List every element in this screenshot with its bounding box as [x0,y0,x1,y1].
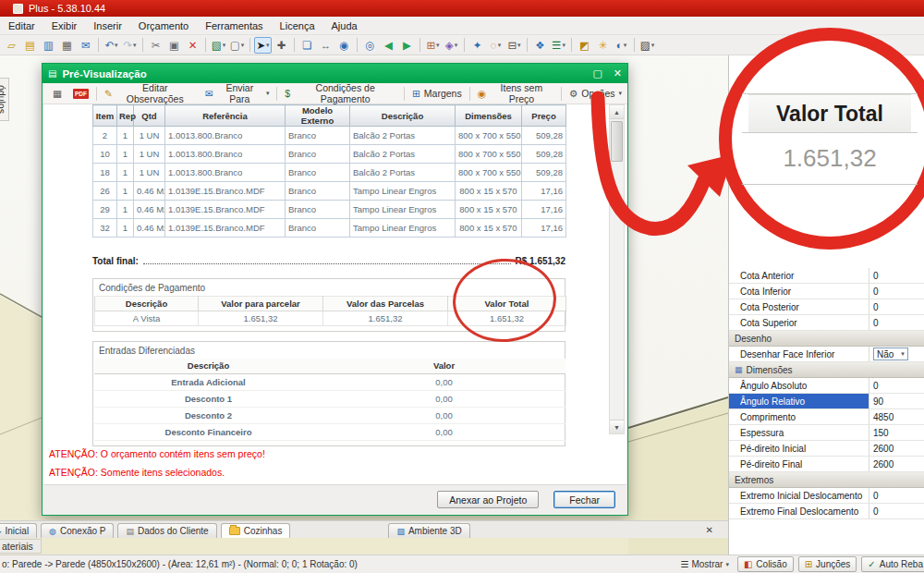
rotate-button[interactable]: ◌▾ [487,37,505,54]
materials-panel-tab[interactable]: ateriais [0,539,42,554]
property-cota-posterior[interactable]: Cota Posterior0 [729,299,924,315]
measure-button[interactable]: ↔ [317,37,334,54]
property-value[interactable]: 0 [869,268,924,283]
entry-row[interactable]: Desconto 10,00 [94,390,565,407]
property-pe-direito-final[interactable]: Pé-direito Final2600 [729,457,924,472]
property-value[interactable]: 90 [869,394,924,408]
property-angulo-relativo[interactable]: Ângulo Relativo90 [729,394,924,409]
column-header[interactable]: Item [93,105,117,127]
value-dropdown[interactable]: Não▾ [873,347,908,360]
attach-to-project-button[interactable]: Anexar ao Projeto [437,491,539,508]
camera-button[interactable]: ◐▾ [613,37,630,54]
layers-button[interactable]: ❏ [298,37,316,54]
nav-back-button[interactable]: ◀ [380,37,397,54]
property-desenhar-face-inferior[interactable]: Desenhar Face InferiorNão▾ [729,347,924,362]
tab-inicial[interactable]: ▸Inicial [0,523,37,538]
tab-cozinhas[interactable]: Cozinhas [221,523,291,538]
property-angulo-absoluto[interactable]: Ângulo Absoluto0 [729,378,924,394]
print-button[interactable]: ▦ [58,37,76,54]
render-button[interactable]: ◈▾ [443,37,460,54]
juncoes-button[interactable]: ⊞Junções [798,556,857,572]
edit-observations-button[interactable]: ✎Editar Observações [99,80,200,106]
property-pe-direito-inicial[interactable]: Pé-direito Inicial2600 [729,441,924,457]
property-value[interactable]: 0 [869,378,924,393]
windows-button[interactable]: ⊞▾ [424,37,442,54]
options-button[interactable]: ⚙Opções▾ [564,86,627,101]
items-without-price-button[interactable]: ◉Itens sem Preço [472,80,559,106]
undo-button[interactable]: ↶▾ [103,37,120,54]
menu-ajuda[interactable]: Ajuda [323,18,366,34]
palette-button[interactable]: ▨▾ [638,37,656,54]
tabs-close-icon[interactable]: ✕ [706,525,713,535]
entry-row[interactable]: Desconto 20,00 [94,407,565,423]
entry-row[interactable]: Desconto Financeiro0,00 [94,423,565,440]
property-value[interactable]: 2600 [869,457,924,471]
display-mode-button[interactable]: ▧▾ [210,37,227,54]
item-row[interactable]: 1011 UN1.0013.800.BrancoBrancoBalcão 2 P… [93,145,566,164]
property-value[interactable]: 2600 [869,441,924,456]
property-value[interactable]: 4850 [869,409,924,424]
column-header[interactable]: Qtd [134,105,165,127]
scroll-down-arrow[interactable]: ▼ [610,420,624,433]
pointer-tool-button[interactable]: ➤▾ [254,37,272,54]
zoom-button[interactable]: ◎ [361,37,379,54]
save-project-button[interactable]: ▥ [40,37,57,54]
section-desenho[interactable]: Desenho [729,331,924,347]
section-extremos[interactable]: Extremos [729,472,924,488]
property-value[interactable]: 0 [869,315,924,330]
property-cota-superior[interactable]: Cota Superior0 [729,315,924,331]
payment-conditions-button[interactable]: $Condições de Pagamento [279,80,402,106]
column-header[interactable]: Referência [165,105,286,127]
visibility-button[interactable]: ◉ [335,37,353,54]
modules-panel-tab[interactable]: ódulos [0,78,9,121]
item-row[interactable]: 211 UN1.0013.800.BrancoBrancoBalcão 2 Po… [93,127,566,145]
property-value[interactable]: 0 [869,504,924,518]
margins-button[interactable]: ⊞Margens [407,86,468,101]
column-header[interactable]: Rep [117,105,134,127]
tab-ambiente-3d[interactable]: ▧Ambiente 3D [388,523,469,538]
property-value[interactable]: 0 [869,488,924,503]
entry-row[interactable]: Entrada Adicional0,00 [94,373,565,390]
send-mail-button[interactable]: ✉ [77,37,94,54]
property-extremo-inicial-deslocamento[interactable]: Extremo Inicial Deslocamento0 [729,488,924,504]
dialog-close-icon[interactable]: ✕ [614,67,622,79]
config-button[interactable]: ⊟▾ [505,37,523,54]
dialog-scrollbar[interactable]: ▲ ▼ [609,104,625,434]
nav-forward-button[interactable]: ▶ [398,37,416,54]
lighting-button[interactable]: ✳ [594,37,612,54]
modules-button[interactable]: ❖ [531,37,549,54]
close-button[interactable]: Fechar [553,491,615,508]
property-comprimento[interactable]: Comprimento4850 [729,409,924,425]
scroll-thumb[interactable] [611,121,623,162]
tab-dados-do-cliente[interactable]: ▤Dados do Cliente [117,523,216,538]
new-project-button[interactable]: ▱ [3,37,20,54]
section-dimensoes[interactable]: ▦Dimensões [729,362,924,378]
colisao-button[interactable]: ◧Colisão [737,556,794,572]
box-mode-button[interactable]: ▢▾ [228,37,246,54]
auto-rebaixo-button[interactable]: ✓Auto Reba [861,556,924,572]
item-row[interactable]: 2910.46 M21.0139E.15.Branco.MDFBrancoTam… [93,201,566,219]
item-row[interactable]: 1811 UN1.0013.800.BrancoBrancoBalcão 2 P… [93,164,566,182]
cut-button[interactable]: ✂ [147,37,164,54]
menu-editar[interactable]: Editar [0,18,43,34]
item-row[interactable]: 3210.46 M21.0139E.15.Branco.MDFBrancoTam… [93,219,566,238]
delete-button[interactable]: ✕ [184,37,201,54]
property-cota-inferior[interactable]: Cota Inferior0 [729,284,924,299]
property-espessura[interactable]: Espessura150 [729,425,924,441]
dialog-restore-button[interactable]: ▢ [592,67,602,79]
tab-conexao-p[interactable]: ◍Conexão P [41,523,114,538]
materials-button[interactable]: ◩ [576,37,593,54]
print-button[interactable]: ▦ [47,86,67,101]
copy-button[interactable]: ▣ [165,37,183,54]
move-tool-button[interactable]: ✚ [273,37,290,54]
column-header[interactable]: Modelo Externo [286,105,350,127]
menu-exibir[interactable]: Exibir [43,18,86,34]
column-header[interactable]: Dimensões [456,105,522,127]
menu-inserir[interactable]: Inserir [85,18,130,34]
menu-licenca[interactable]: Licença [272,18,323,34]
item-row[interactable]: 2610.46 M21.0139E.15.Branco.MDFBrancoTam… [93,182,566,201]
property-value[interactable]: Não▾ [869,347,924,361]
property-cota-anterior[interactable]: Cota Anterior0 [729,268,924,284]
menu-ferramentas[interactable]: Ferramentas [197,18,271,34]
scroll-up-arrow[interactable]: ▲ [610,105,624,119]
